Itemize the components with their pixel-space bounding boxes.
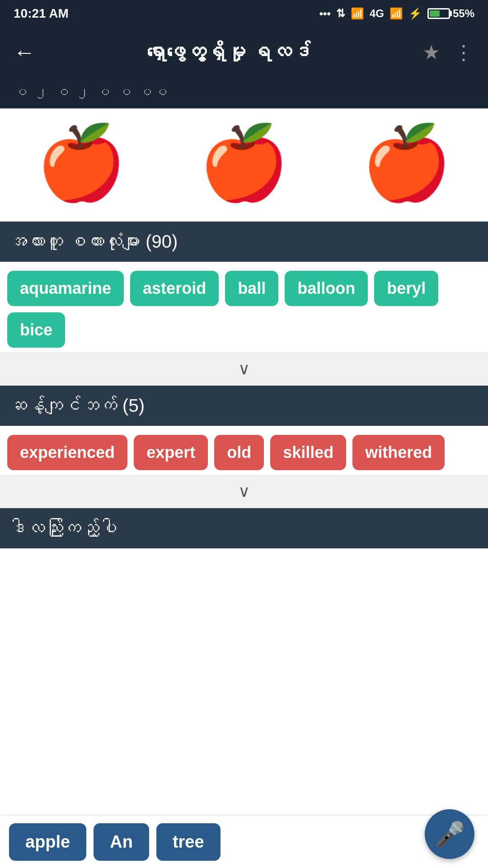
menu-button[interactable]: ⋮ bbox=[454, 41, 474, 64]
synonym-section-label: ဆန့်ကျင်ဘက် (5) bbox=[9, 396, 145, 415]
tag-ball[interactable]: ball bbox=[225, 271, 278, 306]
see-also-section-label: ဒါလည်းကြည့်ပါ bbox=[9, 518, 117, 538]
battery-percent: 55% bbox=[453, 7, 474, 20]
tag-experienced[interactable]: experienced bbox=[7, 435, 127, 470]
tag-balloon[interactable]: balloon bbox=[285, 271, 368, 306]
related-expand-icon: ∨ bbox=[238, 359, 250, 378]
bottom-tag-an[interactable]: An bbox=[94, 823, 149, 861]
tag-asteroid[interactable]: asteroid bbox=[130, 271, 219, 306]
tag-withered[interactable]: withered bbox=[352, 435, 445, 470]
tag-old[interactable]: old bbox=[214, 435, 264, 470]
mic-button[interactable]: 🎤 bbox=[425, 809, 474, 859]
synonym-expand-row[interactable]: ∨ bbox=[0, 475, 488, 508]
page-title: ရှာဖွေတွေ့ရှိမှု ရလဒ် bbox=[49, 41, 409, 63]
mic-icon: 🎤 bbox=[435, 820, 465, 849]
tag-expert[interactable]: expert bbox=[134, 435, 208, 470]
bottom-tag-apple[interactable]: apple bbox=[9, 823, 86, 861]
related-expand-row[interactable]: ∨ bbox=[0, 352, 488, 386]
sub-nav-text: ပ ၂ ဝ ၂ ပ ပ ပပ bbox=[14, 85, 169, 100]
status-right: ••• ⇅ 📶 4G 📶 ⚡ 55% bbox=[319, 7, 474, 20]
signal-dots: ••• bbox=[319, 7, 331, 20]
tag-bice[interactable]: bice bbox=[7, 312, 65, 348]
tag-skilled[interactable]: skilled bbox=[270, 435, 346, 470]
apple-icon-1: 🍎 bbox=[36, 127, 127, 199]
signal-bars-2: 📶 bbox=[389, 7, 403, 20]
related-section-header: အလားတူ စကားလုံးများ (90) bbox=[0, 222, 488, 262]
apple-icons-section: 🍎 🍎 🍎 bbox=[0, 108, 488, 222]
tag-beryl[interactable]: beryl bbox=[374, 271, 438, 306]
signal-arrows: ⇅ bbox=[336, 7, 345, 20]
bottom-tag-tree[interactable]: tree bbox=[156, 823, 221, 861]
sub-nav: ပ ၂ ဝ ၂ ပ ပ ပပ bbox=[0, 77, 488, 108]
tag-aquamarine[interactable]: aquamarine bbox=[7, 271, 124, 306]
apple-icon-2: 🍎 bbox=[199, 127, 289, 199]
see-also-section-header: ဒါလည်းကြည့်ပါ bbox=[0, 508, 488, 548]
status-bar: 10:21 AM ••• ⇅ 📶 4G 📶 ⚡ 55% bbox=[0, 0, 488, 27]
synonym-tags-container: experienced expert old skilled withered bbox=[0, 426, 488, 475]
bottom-bar: apple An tree 🎤 bbox=[0, 816, 488, 868]
charge-icon: ⚡ bbox=[408, 7, 422, 20]
related-section-label: အလားတူ စကားလုံးများ (90) bbox=[9, 231, 178, 251]
apple-icon-3: 🍎 bbox=[361, 127, 452, 199]
star-button[interactable]: ★ bbox=[422, 41, 440, 64]
back-button[interactable]: ← bbox=[14, 40, 35, 65]
synonym-section-header: ဆန့်ကျင်ဘက် (5) bbox=[0, 386, 488, 426]
signal-bars: 📶 bbox=[351, 7, 364, 20]
header: ← ရှာဖွေတွေ့ရှိမှု ရလဒ် ★ ⋮ bbox=[0, 27, 488, 77]
status-time: 10:21 AM bbox=[14, 6, 69, 21]
signal-4g: 4G bbox=[370, 7, 384, 20]
related-tags-container: aquamarine asteroid ball balloon beryl b… bbox=[0, 262, 488, 352]
battery-indicator: 55% bbox=[427, 7, 474, 20]
synonym-expand-icon: ∨ bbox=[238, 482, 250, 501]
